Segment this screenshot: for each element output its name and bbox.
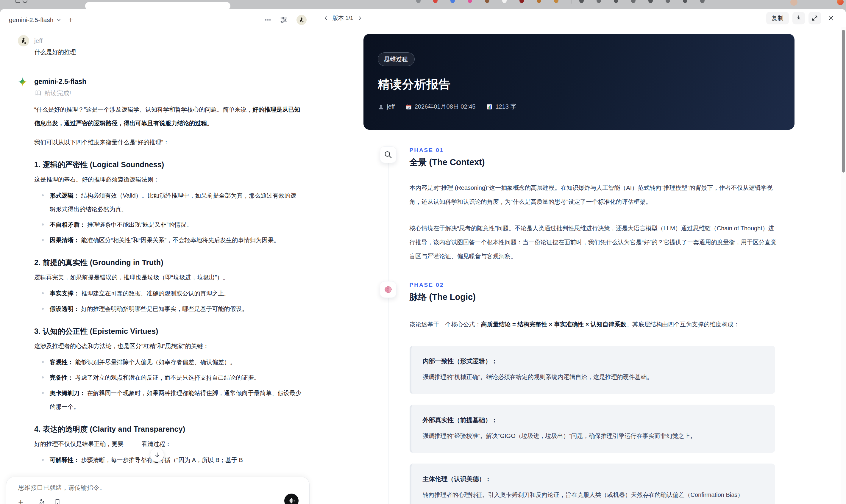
- bookmark-icon[interactable]: [54, 498, 61, 504]
- close-button[interactable]: [825, 12, 837, 24]
- message-input[interactable]: [18, 484, 297, 491]
- gemini-star-icon: [18, 77, 34, 467]
- list-item: 形式逻辑： 结构必须有效（Valid）。比如演绎推理中，如果前提全部为真，那么通…: [34, 188, 302, 216]
- model-selector[interactable]: gemini-2.5-flash: [9, 16, 53, 23]
- extension-icon[interactable]: [554, 0, 559, 3]
- quote-box-title: 内部一致性（形式逻辑）：: [423, 355, 764, 368]
- browser-tab-fragment: [16, 0, 20, 3]
- sparkle-skills-icon[interactable]: [38, 498, 47, 504]
- extension-icon[interactable]: [666, 0, 670, 3]
- extension-icon[interactable]: [537, 0, 541, 3]
- phase-title: 全景 (The Context): [410, 157, 794, 168]
- extension-icon[interactable]: [614, 0, 618, 3]
- extension-icon[interactable]: [700, 0, 705, 3]
- person-icon: [378, 104, 384, 110]
- report-meta: jeff 17 2026年01月08日 02:45 1213 字: [378, 103, 780, 111]
- more-options-icon[interactable]: [264, 16, 271, 23]
- extension-icon[interactable]: [433, 0, 438, 3]
- extension-icon[interactable]: [631, 0, 636, 3]
- expand-button[interactable]: [809, 12, 821, 24]
- artifact-panel: 版本 1/1 复制: [317, 9, 846, 504]
- list-item: 假设透明： 好的推理会明确指明哪些是已知事实，哪些是基于可能的假设。: [34, 302, 302, 316]
- report-title: 精读分析报告: [378, 76, 780, 92]
- word-count-meta: 1213 字: [486, 103, 516, 111]
- user-message: jeff 什么是好的推理: [18, 35, 304, 56]
- browser-avatar[interactable]: [790, 0, 797, 6]
- list-item: 事实支撑： 推理建立在可靠的数据、准确的观测或公认的真理之上。: [34, 287, 302, 300]
- bullet-list: 事实支撑： 推理建立在可靠的数据、准确的观测或公认的真理之上。 假设透明： 好的…: [34, 287, 302, 316]
- bar-chart-icon: [486, 104, 493, 110]
- quote-box-title: 外部真实性（前提基础）：: [423, 414, 764, 427]
- list-item: 不自相矛盾： 推理链条中不能出现“既是又非”的情况。: [34, 218, 302, 232]
- chevron-right-icon[interactable]: [357, 16, 362, 21]
- bullet-list: 形式逻辑： 结构必须有效（Valid）。比如演绎推理中，如果前提全部为真，那么通…: [34, 188, 302, 247]
- extension-icon[interactable]: [683, 0, 687, 3]
- expand-icon: [811, 15, 818, 21]
- extension-icon[interactable]: [648, 0, 653, 3]
- browser-tab-fragment: [23, 0, 28, 3]
- chat-panel: gemini-2.5-flash +: [0, 9, 317, 504]
- section-heading: 2. 前提的真实性 (Grounding in Truth): [34, 258, 302, 268]
- section-intro: 逻辑再完美，如果前提是错误的，推理也是垃圾（即“垃圾进，垃圾出”）。: [34, 270, 302, 284]
- list-item: 客观性： 能够识别并尽量排除个人偏见（如幸存者偏差、确认偏差）。: [34, 355, 302, 369]
- phase-body: 该论述基于一个核心公式：高质量结论 = 结构完整性 × 事实准确性 × 认知自律…: [380, 303, 794, 504]
- artifact-scroll-area[interactable]: 思维过程 精读分析报告 jeff 17 2026年01月08日 02:45: [317, 28, 841, 504]
- extension-icon[interactable]: [451, 0, 455, 3]
- voice-input-button[interactable]: [284, 493, 299, 504]
- reading-status: 精读完成!: [34, 89, 302, 97]
- sender-name: gemini-2.5-flash: [34, 76, 302, 87]
- arrow-down-icon: [154, 452, 160, 458]
- sender-name: jeff: [34, 35, 302, 47]
- date-meta: 17 2026年01月08日 02:45: [405, 103, 476, 111]
- artifact-header: 版本 1/1 复制: [317, 9, 841, 28]
- composer-toolbar: +: [18, 498, 61, 504]
- copy-button[interactable]: 复制: [766, 12, 789, 24]
- list-item: 奥卡姆剃刀： 在解释同一个现象时，如果两种推理都能站得住脚，通常倾向于最简单、假…: [34, 386, 302, 414]
- quote-box: 外部真实性（前提基础）： 强调推理的“经验校准”。解决“GIGO（垃圾进，垃圾出…: [410, 404, 775, 453]
- waveform-icon: [288, 497, 295, 504]
- phase-heading: PHASE 01 全景 (The Context): [410, 146, 794, 168]
- phase-body: 本内容是对“推理 (Reasoning)”这一抽象概念的高层建模。在知识爆炸与人…: [380, 168, 794, 263]
- phase-paragraph: 该论述基于一个核心公式：高质量结论 = 结构完整性 × 事实准确性 × 认知自律…: [410, 318, 777, 331]
- author-meta: jeff: [378, 103, 395, 110]
- browser-profile-icon[interactable]: [837, 0, 844, 5]
- new-chat-button[interactable]: +: [68, 16, 73, 25]
- list-item: 因果清晰： 能准确区分“相关性”和“因果关系”，不会轻率地将先后发生的事情归为因…: [34, 233, 302, 247]
- extension-icon[interactable]: [579, 0, 584, 3]
- section-intro: 好的推理不仅仅是结果正确，更要看清过程：: [34, 437, 302, 451]
- attach-button[interactable]: +: [18, 498, 23, 504]
- quote-box: 内部一致性（形式逻辑）： 强调推理的“机械正确”。结论必须在给定的规则系统内逻辑…: [410, 346, 775, 394]
- tune-settings-icon[interactable]: [280, 16, 287, 24]
- extension-icon[interactable]: [597, 0, 601, 3]
- bullet-list: 可解释性： 步骤清晰，每一步推导都有迹可循（“因为 A，所以 B；基于 B: [34, 453, 302, 467]
- extension-icon[interactable]: [416, 0, 421, 3]
- download-icon: [795, 15, 802, 21]
- chat-scroll-area[interactable]: jeff 什么是好的推理 gemini-2.5-flash: [0, 31, 317, 504]
- brain-icon: [380, 281, 396, 298]
- section-heading: 4. 表达的透明度 (Clarity and Transparency): [34, 424, 302, 434]
- quote-box-body: 转向推理者的心理特征。引入奥卡姆剃刀和反向论证，旨在克服人类（或机器）天然存在的…: [423, 488, 764, 502]
- magnifier-icon: [380, 146, 396, 163]
- list-item: 可解释性： 步骤清晰，每一步推导都有迹可循（“因为 A，所以 B；基于 B: [34, 453, 302, 467]
- phase-paragraph: 核心情境在于解决“思考的随意性”问题。不论是人类通过批判性思维进行决策，还是大语…: [410, 221, 777, 263]
- assistant-paragraph: “什么是好的推理？”这是一个涉及逻辑学、认知科学和哲学核心的问题。简单来说，好的…: [34, 103, 302, 130]
- scrollbar-thumb[interactable]: [842, 30, 845, 173]
- quote-box: 主体伦理（认识美德）： 转向推理者的心理特征。引入奥卡姆剃刀和反向论证，旨在克服…: [410, 464, 775, 504]
- browser-chrome: [0, 0, 846, 9]
- calendar-icon: 17: [405, 104, 412, 110]
- bullet-list: 客观性： 能够识别并尽量排除个人偏见（如幸存者偏差、确认偏差）。 完备性： 考虑…: [34, 355, 302, 414]
- phase-heading: PHASE 02 脉络 (The Logic): [410, 281, 794, 303]
- book-icon: [34, 90, 41, 97]
- extension-icon[interactable]: [485, 0, 489, 3]
- extension-icon[interactable]: [519, 0, 524, 3]
- chevron-left-icon[interactable]: [323, 16, 329, 21]
- quote-box-body: 强调推理的“机械正确”。结论必须在给定的规则系统内逻辑自洽，这是推理的硬件基础。: [423, 370, 764, 384]
- chevron-down-icon[interactable]: [56, 18, 61, 22]
- phase-label: PHASE 02: [410, 282, 794, 288]
- extension-icon[interactable]: [502, 0, 507, 3]
- extension-icon[interactable]: [468, 0, 472, 3]
- user-avatar[interactable]: [297, 15, 306, 25]
- scroll-to-bottom-button[interactable]: [150, 448, 164, 462]
- scrollbar-track[interactable]: [841, 28, 846, 504]
- download-button[interactable]: [792, 12, 805, 24]
